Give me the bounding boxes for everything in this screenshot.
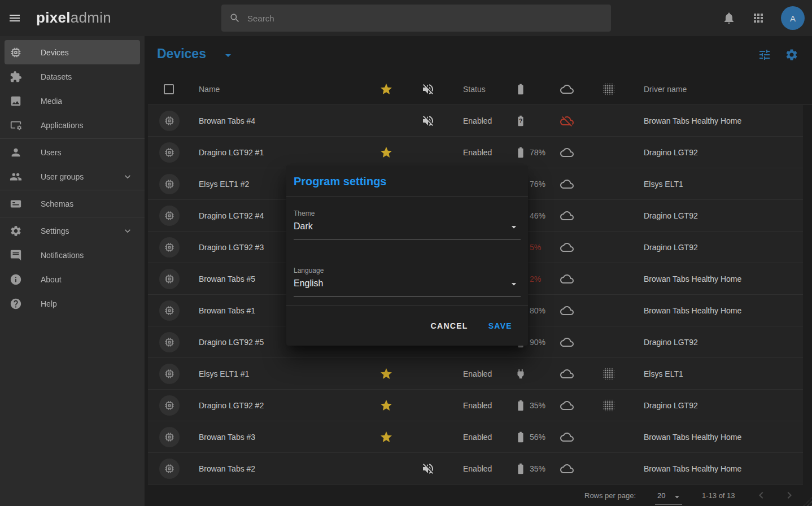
rows-per-page-caret-icon	[672, 492, 682, 502]
apps-grid-icon[interactable]	[752, 11, 765, 25]
device-avatar	[159, 111, 180, 131]
device-status: Enabled	[463, 401, 492, 410]
notifications-bell-icon[interactable]	[722, 11, 736, 25]
table-row[interactable]: Elsys ELT1 #1 Enabled Elsys ELT1	[148, 358, 803, 390]
device-avatar	[159, 395, 180, 416]
device-name: Dragino LGT92 #2	[199, 401, 264, 410]
search-input[interactable]	[247, 14, 611, 23]
chip-icon	[164, 210, 175, 221]
save-button[interactable]: SAVE	[488, 321, 512, 330]
device-name: Dragino LGT92 #3	[199, 243, 264, 252]
language-caret-icon	[508, 278, 519, 290]
rows-per-page-select[interactable]: 20	[655, 488, 682, 505]
driver-name: Browan Tabs Healthy Home	[644, 433, 741, 442]
device-name: Dragino LGT92 #1	[199, 148, 264, 157]
user-avatar[interactable]: A	[781, 6, 805, 30]
sidebar-item-applications[interactable]: Applications	[5, 113, 140, 137]
battery-percent: 46%	[530, 211, 545, 220]
sidebar-item-media[interactable]: Media	[5, 89, 140, 113]
muted-icon	[421, 114, 435, 128]
theme-select[interactable]: Dark	[294, 220, 521, 239]
app-logo-light: admin	[71, 9, 111, 26]
table-row[interactable]: Browan Tabs #2 Enabled 35% Browan Tabs H…	[148, 453, 803, 485]
person-icon	[10, 146, 22, 159]
device-name: Browan Tabs #4	[199, 116, 255, 125]
favorite-star-icon[interactable]	[379, 367, 393, 381]
language-label: Language	[294, 267, 521, 274]
cloud-status-icon	[560, 146, 574, 159]
battery-icon	[514, 146, 527, 159]
driver-name: Elsys ELT1	[644, 369, 683, 378]
cloud-status-icon	[560, 430, 574, 444]
sidebar-item-label: Devices	[41, 48, 69, 57]
sidebar-item-datasets[interactable]: Datasets	[5, 64, 140, 89]
sidebar-item-notifications[interactable]: Notifications	[5, 243, 140, 267]
cloud-status-icon	[560, 335, 574, 349]
select-all-checkbox[interactable]	[164, 84, 174, 94]
table-row[interactable]: Dragino LGT92 #2 Enabled 35% Dragino LGT…	[148, 390, 803, 421]
table-row[interactable]: Dragino LGT92 #1 Enabled 78% Dragino LGT…	[148, 137, 803, 168]
previous-page-icon[interactable]	[754, 488, 768, 502]
filter-tune-icon[interactable]	[758, 48, 771, 62]
group-icon	[10, 171, 22, 183]
sidebar: Devices Datasets Media Applications User…	[0, 36, 145, 506]
favorite-star-icon[interactable]	[379, 399, 393, 412]
driver-name: Elsys ELT1	[644, 180, 683, 189]
settings-gear-icon[interactable]	[785, 48, 798, 62]
device-avatar	[159, 269, 180, 289]
app-settings-icon	[10, 119, 22, 132]
driver-name: Browan Tabs Healthy Home	[644, 464, 741, 473]
column-header-muted-icon	[421, 82, 435, 96]
extension-icon	[10, 71, 22, 83]
driver-name: Dragino LGT92	[644, 243, 698, 252]
device-name: Browan Tabs #2	[199, 464, 255, 473]
sidebar-item-label: Notifications	[41, 251, 84, 260]
cloud-status-icon	[560, 367, 574, 381]
cancel-button[interactable]: CANCEL	[431, 321, 468, 330]
muted-icon	[421, 462, 435, 476]
next-page-icon[interactable]	[783, 488, 796, 502]
device-avatar	[159, 206, 180, 226]
theme-value: Dark	[294, 221, 313, 231]
table-row[interactable]: Browan Tabs #3 Enabled 56% Browan Tabs H…	[148, 421, 803, 453]
info-icon	[10, 273, 22, 286]
device-avatar	[159, 364, 180, 384]
page-title[interactable]: Devices	[157, 46, 206, 62]
table-header: Name Status Driver name	[148, 74, 812, 105]
chip-icon	[164, 115, 175, 127]
favorite-star-icon[interactable]	[379, 146, 393, 159]
sidebar-item-help[interactable]: Help	[5, 291, 140, 316]
menu-icon[interactable]	[8, 11, 21, 25]
sidebar-item-users[interactable]: Users	[5, 140, 140, 164]
device-name: Dragino LGT92 #4	[199, 211, 264, 220]
sidebar-item-label: User groups	[41, 172, 84, 181]
column-header-name: Name	[199, 85, 220, 94]
battery-percent: 56%	[530, 433, 545, 442]
device-name: Dragino LGT92 #5	[199, 338, 264, 347]
language-select[interactable]: English	[294, 277, 521, 296]
sidebar-item-settings[interactable]: Settings	[5, 219, 140, 243]
sidebar-item-devices[interactable]: Devices	[5, 40, 140, 64]
sidebar-item-label: Help	[41, 299, 57, 308]
battery-icon	[514, 431, 527, 443]
device-avatar	[159, 300, 180, 321]
sidebar-item-schemas[interactable]: Schemas	[5, 191, 140, 216]
table-row[interactable]: Browan Tabs #4 Enabled Browan Tabs Healt…	[148, 105, 803, 137]
sidebar-item-label: Schemas	[41, 199, 73, 208]
battery-percent: 35%	[530, 401, 545, 410]
favorite-star-icon[interactable]	[379, 430, 393, 444]
app-logo: pixeladmin	[36, 9, 111, 27]
column-header-favorite-star-icon	[379, 82, 393, 96]
sidebar-item-user-groups[interactable]: User groups	[5, 164, 140, 189]
device-name: Browan Tabs #3	[199, 433, 255, 442]
device-avatar	[159, 459, 180, 479]
grid-dots-icon	[602, 367, 615, 381]
battery-percent: 5%	[530, 243, 541, 252]
battery-percent: 76%	[530, 180, 545, 189]
driver-name: Dragino LGT92	[644, 401, 698, 410]
title-dropdown-caret-icon[interactable]	[221, 49, 235, 62]
chip-icon	[164, 178, 175, 190]
sidebar-item-label: Applications	[41, 121, 84, 130]
memory-chip-icon	[10, 46, 22, 59]
sidebar-item-about[interactable]: About	[5, 267, 140, 291]
